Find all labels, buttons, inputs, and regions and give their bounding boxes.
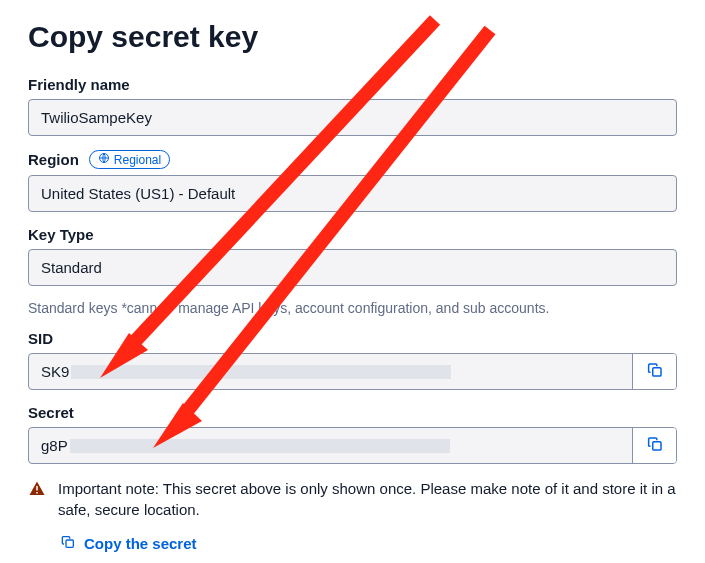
sid-value: SK9	[41, 363, 69, 380]
copy-the-secret-label: Copy the secret	[84, 535, 197, 552]
key-type-helper: Standard keys *cannot* manage API keys, …	[28, 300, 677, 316]
regional-badge-text: Regional	[114, 153, 161, 167]
region-input[interactable]: United States (US1) - Default	[28, 175, 677, 212]
copy-icon	[646, 361, 664, 383]
important-note: Important note: This secret above is onl…	[28, 478, 677, 520]
secret-value: g8P	[41, 437, 68, 454]
copy-the-secret-button[interactable]: Copy the secret	[60, 534, 197, 553]
secret-label: Secret	[28, 404, 74, 421]
secret-mask	[70, 439, 450, 453]
svg-rect-5	[66, 540, 73, 547]
key-type-field: Key Type Standard	[28, 226, 677, 286]
secret-field: Secret g8P	[28, 404, 677, 464]
copy-icon	[646, 435, 664, 457]
regional-badge: Regional	[89, 150, 170, 169]
region-field: Region Regional United States (US1) - De…	[28, 150, 677, 212]
friendly-name-label: Friendly name	[28, 76, 130, 93]
svg-rect-2	[652, 441, 660, 449]
svg-rect-3	[36, 486, 38, 491]
page-title: Copy secret key	[28, 20, 677, 54]
sid-copy-field: SK9	[28, 353, 677, 390]
secret-copy-field: g8P	[28, 427, 677, 464]
svg-rect-4	[36, 492, 38, 494]
key-type-label: Key Type	[28, 226, 94, 243]
note-text: Important note: This secret above is onl…	[58, 478, 677, 520]
sid-mask	[71, 365, 451, 379]
friendly-name-field: Friendly name TwilioSampeKey	[28, 76, 677, 136]
secret-copy-button[interactable]	[632, 428, 676, 463]
key-type-input[interactable]: Standard	[28, 249, 677, 286]
svg-rect-1	[652, 367, 660, 375]
sid-label: SID	[28, 330, 53, 347]
copy-icon	[60, 534, 76, 553]
region-label: Region	[28, 151, 79, 168]
friendly-name-input[interactable]: TwilioSampeKey	[28, 99, 677, 136]
warning-icon	[28, 480, 46, 520]
sid-field: SID SK9	[28, 330, 677, 390]
sid-copy-button[interactable]	[632, 354, 676, 389]
globe-icon	[98, 152, 110, 167]
